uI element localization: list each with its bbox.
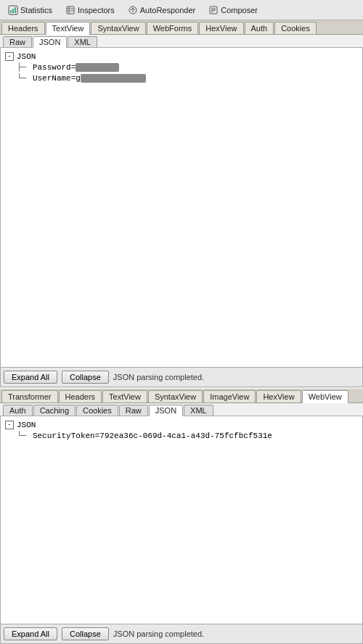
autoresponder-icon [128,5,138,15]
tab-syntaxview[interactable]: SyntaxView [91,22,145,34]
sub-tab-raw-bottom[interactable]: Raw [119,405,148,416]
username-key: UserName=g [33,74,81,83]
bottom-tree-root-node: - JSON └─ SecurityToken=792ea36c-069d-4c… [4,419,359,442]
bottom-tree-root-label: JSON [17,421,36,429]
tab-webview[interactable]: WebView [302,390,348,403]
composer-icon [208,5,219,15]
top-content-area: - JSON ├─ Password= └─ UserName=g [0,48,363,367]
top-sub-tab-bar: Raw JSON XML [0,35,363,48]
tab-textview-bottom[interactable]: TextView [102,390,147,402]
tab-cookies[interactable]: Cookies [274,22,317,34]
bottom-status-text: JSON parsing completed. [113,629,204,638]
top-tree-children: ├─ Password= └─ UserName=g [4,62,359,83]
username-value [81,74,146,83]
bottom-sub-tab-bar: Auth Caching Cookies Raw JSON XML [0,403,363,416]
composer-label: Composer [221,6,258,15]
sub-tab-caching[interactable]: Caching [33,405,76,416]
sub-tab-auth-bottom[interactable]: Auth [3,405,33,416]
top-tree-expand[interactable]: - [5,52,14,61]
tree-leaf-securitytoken: └─ SecurityToken=792ea36c-069d-4ca1-a43d… [15,430,359,441]
tab-webforms[interactable]: WebForms [147,22,199,34]
top-collapse-button[interactable]: Collapse [62,371,109,384]
connector-username: └─ [17,73,31,83]
password-value [76,63,119,72]
bottom-expand-all-button[interactable]: Expand All [4,627,57,640]
top-tab-bar: Headers TextView SyntaxView WebForms Hex… [0,20,363,35]
tab-textview[interactable]: TextView [46,22,91,35]
tab-syntaxview-bottom[interactable]: SyntaxView [148,390,203,402]
top-footer-bar: Expand All Collapse JSON parsing complet… [0,367,363,387]
sub-tab-raw-top[interactable]: Raw [3,36,32,47]
bottom-tree-expand[interactable]: - [5,421,14,429]
top-expand-all-button[interactable]: Expand All [4,371,57,384]
connector-password: ├─ [17,62,31,72]
inspect-icon [65,5,76,15]
sub-tab-json-top[interactable]: JSON [33,36,67,48]
tab-hexview-bottom[interactable]: HexView [256,390,301,402]
bottom-tree-root: - JSON [4,420,359,430]
sub-tab-xml-bottom[interactable]: XML [184,405,213,416]
sub-tab-xml-top[interactable]: XML [68,36,97,47]
tab-headers-bottom[interactable]: Headers [59,390,102,402]
main-container: Statistics Inspectors AutoResponder [0,0,363,644]
svg-rect-2 [12,9,14,13]
svg-rect-1 [10,10,12,13]
bottom-collapse-button[interactable]: Collapse [62,627,109,640]
tree-leaf-password: ├─ Password= [15,62,359,73]
statistics-label: Statistics [20,6,52,15]
bottom-tree-children: └─ SecurityToken=792ea36c-069d-4ca1-a43d… [4,430,359,441]
top-status-text: JSON parsing completed. [113,373,204,381]
toolbar-composer[interactable]: Composer [203,3,263,17]
password-key: Password= [33,63,76,72]
tab-headers[interactable]: Headers [1,22,45,34]
tree-leaf-username: └─ UserName=g [15,73,359,83]
sub-tab-json-bottom[interactable]: JSON [149,405,183,416]
tab-transformer[interactable]: Transformer [1,390,58,402]
top-tree-root: - JSON [4,51,359,62]
tab-hexview[interactable]: HexView [199,22,243,34]
svg-rect-3 [15,7,16,13]
toolbar-inspectors[interactable]: Inspectors [60,3,120,17]
autoresponder-label: AutoResponder [140,6,195,15]
bottom-footer-bar: Expand All Collapse JSON parsing complet… [0,624,363,644]
svg-rect-4 [67,7,74,14]
top-tree-root-label: JSON [17,52,36,61]
chart-icon [8,5,18,15]
toolbar-autoresponder[interactable]: AutoResponder [123,3,200,17]
bottom-content-area: - JSON └─ SecurityToken=792ea36c-069d-4c… [0,416,363,624]
sub-tab-cookies-bottom[interactable]: Cookies [76,405,118,416]
bottom-tab-bar: Transformer Headers TextView SyntaxView … [0,389,363,403]
toolbar: Statistics Inspectors AutoResponder [0,0,363,20]
securitytoken-key: SecurityToken=792ea36c-069d-4ca1-a43d-75… [33,432,272,440]
inspectors-label: Inspectors [78,6,115,15]
tab-auth[interactable]: Auth [245,22,274,34]
toolbar-statistics[interactable]: Statistics [3,3,57,17]
connector-securitytoken: └─ [17,431,31,440]
top-tree-root-node: - JSON ├─ Password= └─ UserName=g [4,51,359,84]
tab-imageview[interactable]: ImageView [203,390,256,402]
